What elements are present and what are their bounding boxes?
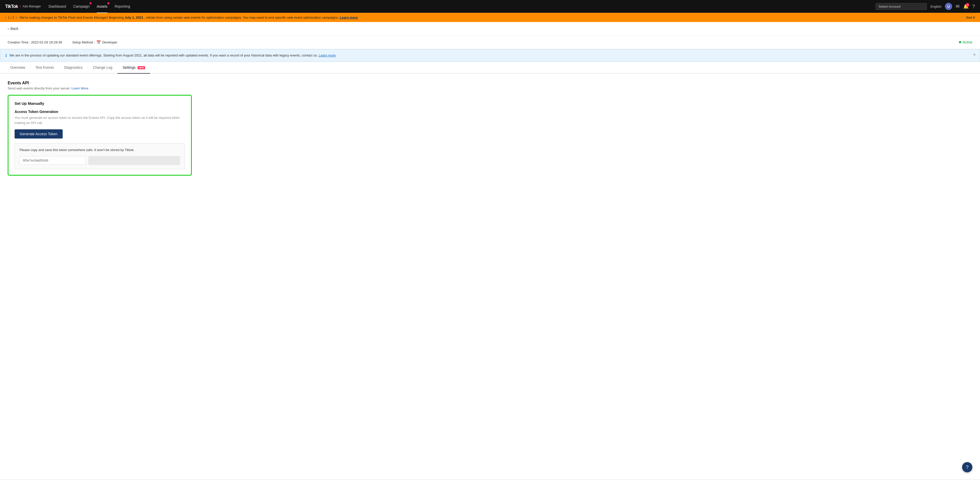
- nav-campaign[interactable]: Campaign: [73, 3, 89, 10]
- status-dot: [959, 41, 961, 43]
- account-selector[interactable]: Select Account: [876, 3, 927, 10]
- help-icon[interactable]: ?: [972, 4, 975, 9]
- status-active: Active: [959, 40, 972, 44]
- logo-dot: ·: [19, 3, 21, 9]
- tab-overview[interactable]: Overview: [5, 62, 30, 74]
- banner-counter: 1 / 2: [8, 16, 14, 19]
- setup-method: Setup Method : 📅 Developer: [72, 40, 118, 44]
- settings-badge: NEW: [138, 66, 145, 69]
- back-nav: ‹ Back: [0, 22, 980, 35]
- info-banner: ℹ We are in the process of updating our …: [0, 49, 980, 62]
- status-label: Active: [963, 40, 972, 44]
- info-text: We are in the process of updating our st…: [10, 53, 975, 58]
- banner-learn-more[interactable]: Learn more: [340, 16, 358, 19]
- nav-reporting[interactable]: Reporting: [115, 3, 130, 10]
- token-section-title: Access Token Generation: [14, 110, 185, 114]
- logo-tiktok-text: TikTok: [5, 4, 18, 9]
- tab-change-log[interactable]: Change Log: [88, 62, 118, 74]
- banner-prev[interactable]: ‹: [5, 15, 6, 19]
- tab-settings[interactable]: Settings NEW: [118, 62, 150, 74]
- info-learn-more[interactable]: Learn more: [319, 53, 336, 57]
- setup-manually-box: Set Up Manually Access Token Generation …: [8, 95, 192, 176]
- events-api-learn-more[interactable]: Learn More: [72, 86, 88, 90]
- avatar[interactable]: U: [945, 3, 952, 10]
- banner-got-it-btn[interactable]: Got it: [966, 16, 975, 19]
- notification-icon[interactable]: 🔔 1: [963, 3, 969, 9]
- info-icon: ℹ: [5, 53, 7, 58]
- tab-diagnostics[interactable]: Diagnostics: [59, 62, 88, 74]
- banner-next[interactable]: ›: [16, 15, 17, 19]
- logo-subtitle: Ads Manager: [22, 5, 41, 8]
- meta-left: Creation Time : 2022-01-03 19:29:39 Setu…: [8, 40, 118, 44]
- help-fab-button[interactable]: ?: [962, 462, 972, 472]
- generate-access-token-button[interactable]: Generate Access Token: [14, 129, 63, 138]
- campaign-badge: [89, 2, 92, 4]
- announcement-banner: ‹ 1 / 2 › We're making changes to TikTok…: [0, 13, 980, 22]
- banner-nav: ‹ 1 / 2 ›: [5, 15, 17, 19]
- events-api-title: Events API: [8, 81, 972, 85]
- token-description: You must generate an access token to acc…: [14, 115, 185, 125]
- main-section: Events API Send web events directly from…: [0, 74, 980, 183]
- meta-row: Creation Time : 2022-01-03 19:29:39 Setu…: [0, 35, 980, 49]
- mail-icon[interactable]: ✉: [956, 3, 959, 9]
- creation-time: Creation Time : 2022-01-03 19:29:39: [8, 40, 62, 44]
- back-label: Back: [11, 27, 18, 31]
- nav-right: Select Account English U ✉ 🔔 1 ?: [876, 3, 975, 10]
- token-display-box: Please copy and save this token somewher…: [14, 143, 185, 169]
- back-button[interactable]: ‹ Back: [8, 27, 972, 31]
- notification-badge: 1: [966, 3, 969, 6]
- banner-text: We're making changes to TikTok Pixel and…: [20, 16, 964, 19]
- setup-manually-title: Set Up Manually: [14, 101, 185, 106]
- logo[interactable]: TikTok · Ads Manager: [5, 3, 41, 9]
- token-safe-message: Please copy and save this token somewher…: [19, 148, 180, 153]
- nav-items: Dashboard Campaign Assets Reporting: [49, 3, 868, 10]
- token-input-row: [19, 156, 180, 165]
- back-arrow-icon: ‹: [8, 27, 9, 31]
- events-api-subtitle: Send web events directly from your serve…: [8, 86, 972, 90]
- tabs: Overview Test Events Diagnostics Change …: [0, 62, 980, 74]
- top-navigation: TikTok · Ads Manager Dashboard Campaign …: [0, 0, 980, 13]
- page-content: ‹ Back Creation Time : 2022-01-03 19:29:…: [0, 22, 980, 479]
- assets-badge: [107, 2, 110, 4]
- token-copy-area: [89, 156, 180, 165]
- calendar-icon: 📅: [96, 40, 101, 44]
- nav-assets[interactable]: Assets: [97, 3, 107, 10]
- info-close-btn[interactable]: ×: [974, 52, 976, 57]
- language-selector[interactable]: English: [931, 5, 941, 8]
- token-input-field[interactable]: [19, 156, 86, 165]
- account-dropdown[interactable]: Select Account: [876, 3, 927, 10]
- tab-test-events[interactable]: Test Events: [30, 62, 59, 74]
- nav-dashboard[interactable]: Dashboard: [49, 3, 66, 10]
